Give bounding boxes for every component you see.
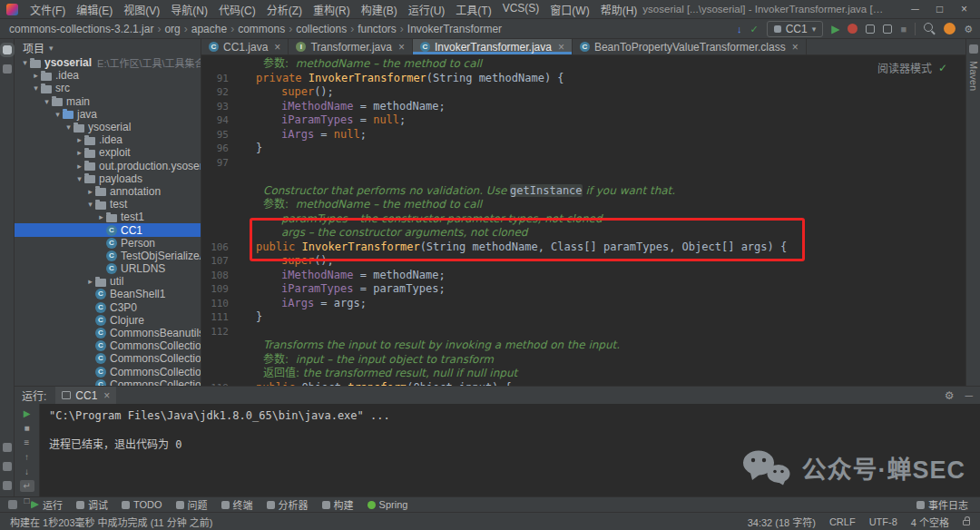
tree-collapsed-arrow[interactable]: ▸	[31, 71, 41, 80]
code-line[interactable]: 返回值: the transformed result, null if nul…	[201, 367, 965, 381]
readonly-lock-icon[interactable]	[963, 520, 970, 525]
problems-stripe-button[interactable]	[3, 481, 12, 490]
rerun-icon[interactable]: ▶	[20, 407, 34, 419]
hide-panel-icon[interactable]: ─	[965, 389, 973, 402]
tree-item[interactable]: ▸out.production.ysoserial	[15, 160, 201, 172]
code-line[interactable]: Transforms the input to result by invoki…	[201, 339, 965, 353]
editor-tab[interactable]: CCC1.java×	[201, 39, 289, 54]
tree-item[interactable]: ▸annotation	[15, 185, 201, 198]
tree-item[interactable]: ▾ysoserialE:\工作区\工具\工具集合\1.web工...	[15, 56, 201, 69]
tree-item[interactable]: ▾java	[15, 108, 201, 121]
menu-item[interactable]: 分析(Z)	[261, 2, 308, 17]
tree-collapsed-arrow[interactable]: ▸	[85, 277, 95, 286]
menu-item[interactable]: 运行(U)	[403, 2, 451, 17]
toolwindow-button-terminal[interactable]: 终端	[221, 497, 253, 512]
toolwindow-switcher-icon[interactable]	[8, 500, 17, 509]
tree-item[interactable]: CCommonsCollections3	[15, 366, 201, 378]
project-stripe-button[interactable]	[3, 45, 12, 54]
tree-item[interactable]: CCommonsCollections4	[15, 378, 201, 386]
tree-item[interactable]: CURLDNS	[15, 262, 201, 275]
menu-item[interactable]: 视图(V)	[118, 2, 165, 17]
editor-tab[interactable]: CBeanToPropertyValueTransformer.class×	[573, 39, 807, 54]
tree-item[interactable]: ▾payloads	[15, 172, 201, 185]
tree-item[interactable]: ▾main	[15, 95, 201, 108]
tree-item[interactable]: CC3P0	[15, 301, 201, 314]
restore-layout-icon[interactable]: ≡	[20, 437, 34, 448]
file-encoding[interactable]: UTF-8	[869, 516, 897, 527]
menu-item[interactable]: 窗口(W)	[544, 2, 594, 17]
run-tab[interactable]: CC1 ×	[55, 387, 116, 404]
close-tab-icon[interactable]: ×	[558, 41, 564, 54]
menu-item[interactable]: 编辑(E)	[71, 2, 118, 17]
build-project-icon[interactable]: ✓	[750, 23, 758, 35]
tree-item[interactable]: ▸test1	[15, 211, 201, 223]
favorites-stripe-button[interactable]	[3, 462, 12, 471]
toolwindow-button-run[interactable]: 运行	[31, 497, 63, 512]
code-line[interactable]: 91private InvokerTransformer(String meth…	[201, 72, 965, 86]
toolwindow-button-problems[interactable]: 问题	[176, 497, 208, 512]
code-line[interactable]: 119public Object transform(Object input)…	[201, 381, 965, 387]
code-line[interactable]: 107super();	[201, 254, 965, 269]
code-line[interactable]: 92super();	[201, 85, 965, 100]
breadcrumb-item[interactable]: InvokerTransformer	[406, 23, 504, 35]
avatar[interactable]	[944, 23, 956, 34]
tree-item[interactable]: ▸util	[15, 275, 201, 288]
structure-stripe-button[interactable]	[3, 64, 12, 74]
tree-expanded-arrow[interactable]: ▾	[74, 174, 84, 183]
menu-item[interactable]: VCS(S)	[497, 2, 545, 17]
code-line[interactable]: 112	[201, 325, 965, 339]
tree-item[interactable]: CClojure	[15, 314, 201, 327]
maximize-button[interactable]: □	[927, 3, 952, 15]
tree-item[interactable]: ▾test	[15, 198, 201, 211]
vcs-update-icon[interactable]: ↓	[737, 23, 742, 35]
stop-icon[interactable]: ■	[20, 422, 34, 434]
stop-button[interactable]: ■	[900, 23, 906, 35]
code-editor[interactable]: 阅读器模式 ✓ 参数: methodName – the method to c…	[201, 55, 965, 386]
menu-item[interactable]: 文件(F)	[24, 2, 71, 17]
event-log-button[interactable]: 事件日志	[916, 497, 972, 512]
code-line[interactable]: paramTypes – the constructor parameter t…	[201, 212, 965, 227]
minimize-button[interactable]: ─	[903, 3, 927, 15]
up-stack-icon[interactable]: ↑	[20, 451, 34, 463]
tree-expanded-arrow[interactable]: ▾	[31, 83, 41, 93]
code-line[interactable]: 参数: methodName – the method to call	[201, 198, 965, 212]
editor-tab[interactable]: ITransformer.java×	[289, 39, 413, 54]
indent-setting[interactable]: 4 个空格	[911, 515, 949, 529]
code-line[interactable]: 111}	[201, 310, 965, 325]
toolwindow-button-debug[interactable]: 调试	[76, 497, 108, 512]
toolwindow-button-profiler[interactable]: 分析器	[267, 497, 309, 512]
code-line[interactable]	[201, 170, 965, 184]
run-button[interactable]: ▶	[831, 23, 839, 35]
breadcrumb-item[interactable]: commons-collections-3.2.1.jar	[7, 23, 155, 35]
toolwindow-button-todo[interactable]: TODO	[122, 497, 162, 512]
tree-expanded-arrow[interactable]: ▾	[64, 123, 74, 132]
menu-item[interactable]: 导航(N)	[165, 2, 213, 17]
breadcrumb-item[interactable]: collections	[294, 23, 348, 35]
tree-item[interactable]: CPerson	[15, 237, 201, 250]
down-stack-icon[interactable]: ↓	[20, 466, 34, 477]
project-panel-header[interactable]: 项目 ▾	[15, 39, 201, 56]
code-line[interactable]: 97	[201, 156, 965, 171]
soft-wrap-icon[interactable]: ↵	[20, 480, 34, 492]
menu-item[interactable]: 重构(R)	[308, 2, 356, 17]
run-config-select[interactable]: CC1 ▾	[767, 21, 824, 37]
tree-expanded-arrow[interactable]: ▾	[42, 97, 52, 106]
run-settings-gear-icon[interactable]: ⚙	[945, 389, 955, 402]
tree-expanded-arrow[interactable]: ▾	[53, 110, 63, 119]
menu-item[interactable]: 代码(C)	[213, 2, 261, 17]
code-line[interactable]: 参数: methodName – the method to call	[201, 57, 965, 72]
tree-item[interactable]: CCommonsCollections1	[15, 339, 201, 352]
tree-collapsed-arrow[interactable]: ▸	[96, 212, 106, 221]
menu-item[interactable]: 构建(B)	[356, 2, 403, 17]
code-line[interactable]: 94iParamTypes = null;	[201, 113, 965, 128]
tree-item[interactable]: ▾ysoserial	[15, 121, 201, 133]
tree-collapsed-arrow[interactable]: ▸	[74, 148, 84, 157]
caret-position[interactable]: 34:32 (18 字符)	[748, 515, 816, 529]
tree-item[interactable]: ▸.idea	[15, 133, 201, 146]
search-everywhere-icon[interactable]	[924, 23, 936, 34]
breadcrumb-item[interactable]: apache	[190, 23, 229, 35]
code-line[interactable]: 108iMethodName = methodName;	[201, 269, 965, 283]
maven-stripe-icon[interactable]	[969, 44, 978, 54]
tree-item[interactable]: ▸.idea	[15, 69, 201, 82]
breadcrumb-item[interactable]: commons	[236, 23, 287, 35]
